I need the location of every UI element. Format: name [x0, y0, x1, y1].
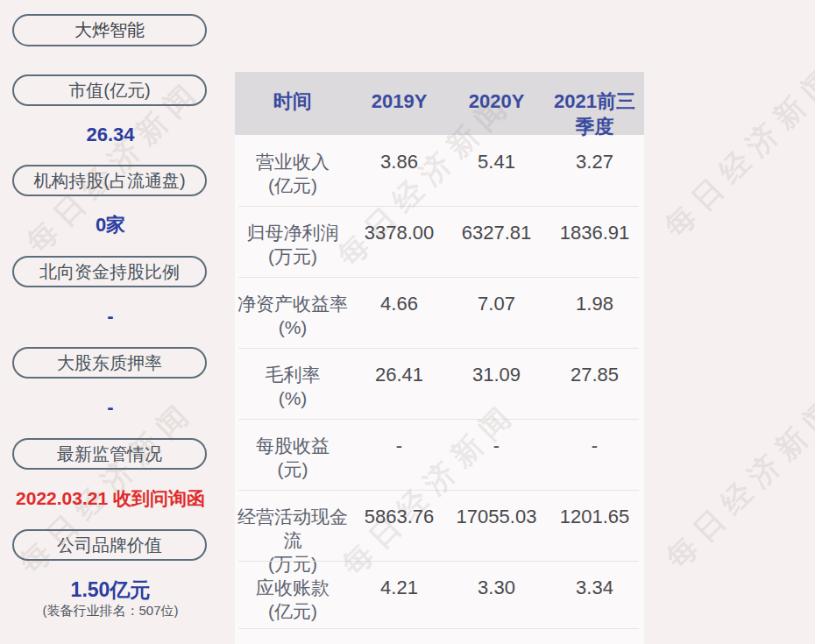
brand-value-amount: 1.50亿元	[0, 577, 221, 603]
table-row-roe: 净资产收益率 (%) 4.66 7.07 1.98	[235, 277, 644, 348]
table-cell: -	[448, 434, 545, 490]
table-header-2019: 2019Y	[351, 72, 448, 139]
table-cell: 7.07	[448, 292, 545, 348]
table-cell: 5.41	[448, 150, 545, 206]
row-label-text: 经营活动现金流	[235, 505, 351, 552]
table-cell: 3378.00	[351, 221, 448, 277]
regulatory-status-pill: 最新监管情况	[12, 438, 207, 470]
table-cell: 3.34	[545, 576, 644, 629]
row-label-text: 应收账款	[235, 576, 351, 599]
sidebar: 大烨智能 市值(亿元) 26.34 机构持股(占流通盘) 0家 北向资金持股比例…	[0, 0, 221, 644]
row-label-unit: (亿元)	[235, 599, 351, 623]
table-cell: 3.27	[545, 150, 644, 206]
row-label: 应收账款 (亿元)	[235, 576, 351, 629]
table-row-revenue: 营业收入 (亿元) 3.86 5.41 3.27	[235, 135, 644, 206]
table-row-accounts-receivable: 应收账款 (亿元) 4.21 3.30 3.34	[235, 561, 644, 629]
institutional-holding-value: 0家	[0, 212, 221, 238]
row-label-unit: (%)	[235, 315, 351, 339]
table-row-eps: 每股收益 (元) - - -	[235, 419, 644, 490]
table-header-2021q3: 2021前三季度	[545, 72, 644, 139]
row-label: 归母净利润 (万元)	[235, 221, 351, 277]
row-label: 毛利率 (%)	[235, 363, 351, 419]
table-header-2020: 2020Y	[448, 72, 545, 139]
row-label-unit: (%)	[235, 386, 351, 410]
shareholder-pledge-pill: 大股东质押率	[12, 347, 207, 379]
row-label-unit: (亿元)	[235, 173, 351, 197]
shareholder-pledge-value: -	[0, 394, 221, 421]
regulatory-status-value: 2022.03.21 收到问询函	[0, 485, 221, 512]
market-cap-pill: 市值(亿元)	[12, 74, 207, 106]
table-cell: 26.41	[351, 363, 448, 419]
watermark-text: 每日经济新闻	[657, 386, 815, 577]
row-label-unit: (万元)	[235, 244, 351, 268]
table-cell: 3.30	[448, 576, 545, 629]
row-label-text: 毛利率	[235, 363, 351, 386]
table-row-net-profit: 归母净利润 (万元) 3378.00 6327.81 1836.91	[235, 206, 644, 277]
financial-table: 时间 2019Y 2020Y 2021前三季度 营业收入 (亿元) 3.86 5…	[235, 72, 644, 644]
table-cell: 3.86	[351, 150, 448, 206]
table-cell: 6327.81	[448, 221, 545, 277]
institutional-holding-pill: 机构持股(占流通盘)	[12, 165, 207, 196]
table-row-operating-cashflow: 经营活动现金流 (万元) 5863.76 17055.03 1201.65	[235, 490, 644, 561]
table-cell: 4.66	[351, 292, 448, 348]
brand-value-rank-note: (装备行业排名：507位)	[0, 603, 221, 619]
market-cap-value: 26.34	[0, 122, 221, 148]
table-cell: -	[351, 434, 448, 490]
row-label-unit: (元)	[235, 457, 351, 481]
row-label-text: 净资产收益率	[235, 292, 351, 315]
northbound-holding-pill: 北向资金持股比例	[12, 256, 207, 287]
table-row-gross-margin: 毛利率 (%) 26.41 31.09 27.85	[235, 348, 644, 419]
row-label: 营业收入 (亿元)	[235, 150, 351, 206]
table-cell: 27.85	[545, 363, 644, 419]
stock-info-card: 大烨智能 市值(亿元) 26.34 机构持股(占流通盘) 0家 北向资金持股比例…	[0, 0, 815, 644]
table-cell: 1.98	[545, 292, 644, 348]
table-header-time: 时间	[235, 72, 351, 139]
company-name-pill: 大烨智能	[12, 14, 207, 46]
northbound-holding-value: -	[0, 303, 221, 329]
row-label-text: 营业收入	[235, 150, 351, 173]
table-cell: -	[545, 434, 644, 490]
table-cell: 1836.91	[545, 221, 644, 277]
watermark-text: 每日经济新闻	[656, 54, 815, 246]
table-cell: 31.09	[448, 363, 545, 419]
row-label: 每股收益 (元)	[235, 434, 351, 490]
brand-value-pill: 公司品牌价值	[12, 529, 207, 561]
row-label-text: 每股收益	[235, 434, 351, 457]
row-label: 净资产收益率 (%)	[235, 292, 351, 348]
row-label-text: 归母净利润	[235, 221, 351, 244]
table-header-row: 时间 2019Y 2020Y 2021前三季度	[235, 72, 644, 135]
table-cell: 4.21	[351, 576, 448, 629]
